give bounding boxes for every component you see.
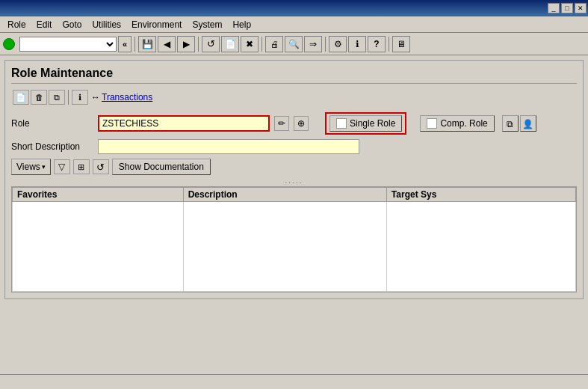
person-btn[interactable] [520, 115, 536, 132]
role-match-btn[interactable] [294, 116, 309, 131]
single-role-icon [336, 118, 347, 129]
comp-role-button[interactable]: Comp. Role [420, 115, 494, 132]
help-button[interactable] [368, 36, 386, 52]
table-row [13, 202, 576, 292]
menu-system[interactable]: System [188, 18, 226, 31]
short-desc-input[interactable] [98, 139, 359, 154]
table-refresh-icon [96, 162, 105, 173]
col-favorites: Favorites [13, 188, 184, 202]
info-button[interactable]: ℹ [348, 36, 366, 52]
tx-icon: ↔ [91, 92, 100, 102]
views-arrow-icon: ▾ [42, 163, 46, 171]
short-desc-label: Short Description [11, 141, 93, 152]
settings-button[interactable]: ⚙ [329, 36, 347, 52]
separator-4 [325, 37, 326, 52]
inner-new-icon: 📄 [16, 93, 26, 102]
single-role-button[interactable]: Single Role [329, 115, 402, 132]
inner-sep-1 [68, 90, 69, 105]
new-icon: 📄 [225, 39, 236, 49]
refresh-button[interactable] [202, 36, 220, 52]
inner-new-btn[interactable]: 📄 [13, 90, 29, 105]
inner-copy-icon: ⧉ [54, 93, 60, 102]
print-icon [270, 39, 279, 49]
views-label: Views [16, 162, 40, 172]
pencil-icon [278, 118, 285, 129]
table-settings-btn[interactable]: ⊞ [73, 159, 90, 174]
cancel-icon: ✖ [246, 39, 253, 49]
inner-copy-btn[interactable]: ⧉ [49, 90, 65, 105]
new-button[interactable]: 📄 [221, 36, 239, 52]
minimize-button[interactable]: _ [548, 3, 560, 13]
copy2-icon [507, 118, 513, 129]
cell-favorites [13, 202, 184, 292]
forward-icon: ▶ [183, 39, 190, 49]
col-description: Description [183, 188, 386, 202]
print-button[interactable] [265, 36, 283, 52]
inner-toolbar: 📄 🗑 ⧉ ℹ ↔ Transactions [11, 88, 577, 106]
back-icon: ◀ [164, 39, 170, 49]
separator-5 [389, 37, 389, 52]
transactions-link[interactable]: ↔ Transactions [91, 92, 152, 102]
separator-3 [261, 37, 262, 52]
copy2-btn[interactable] [502, 115, 519, 132]
comp-role-label: Comp. Role [440, 118, 487, 129]
forward-button[interactable]: ▶ [177, 36, 195, 52]
right-icons [502, 115, 536, 132]
show-documentation-button[interactable]: Show Documentation [112, 159, 211, 175]
settings-icon: ⚙ [334, 39, 342, 49]
person-icon [522, 118, 533, 129]
data-table: Favorites Description Target Sys [12, 187, 576, 292]
inner-info-btn[interactable]: ℹ [72, 90, 88, 105]
cancel-button[interactable]: ✖ [241, 36, 259, 52]
menu-goto[interactable]: Goto [58, 18, 86, 31]
status-indicator [3, 38, 15, 50]
find-next-button[interactable]: ⇒ [304, 36, 322, 52]
maximize-button[interactable]: □ [561, 3, 573, 13]
dot-separator: ..... [11, 177, 577, 185]
panel-title: Role Maintenance [11, 67, 577, 84]
nav-back-button[interactable]: « [118, 36, 131, 52]
menu-environment[interactable]: Environment [127, 18, 186, 31]
main-panel: Role Maintenance 📄 🗑 ⧉ ℹ ↔ Transactions [4, 60, 584, 299]
inner-info-icon: ℹ [78, 93, 81, 102]
cell-description [183, 202, 386, 292]
help-icon [374, 39, 379, 49]
command-field[interactable] [19, 37, 117, 52]
back-button[interactable]: ◀ [158, 36, 176, 52]
separator-1 [134, 37, 135, 52]
menu-bar: Role Edit Goto Utilities Environment Sys… [0, 16, 588, 33]
table-settings-icon: ⊞ [78, 162, 84, 172]
role-input[interactable] [98, 115, 270, 132]
find-icon: 🔍 [288, 39, 300, 49]
role-row: Role Single Role Comp. Role [11, 112, 577, 135]
filter-btn[interactable] [54, 159, 70, 174]
monitor-button[interactable]: 🖥 [392, 36, 410, 52]
menu-help[interactable]: Help [228, 18, 256, 31]
find-button[interactable]: 🔍 [285, 36, 303, 52]
single-role-label: Single Role [350, 118, 395, 129]
role-type-area: Single Role [325, 112, 406, 135]
inner-delete-btn[interactable]: 🗑 [31, 90, 47, 105]
refresh-icon [207, 38, 215, 49]
cell-target-sys [386, 202, 575, 292]
close-button[interactable]: ✕ [575, 3, 587, 13]
menu-role[interactable]: Role [3, 18, 31, 31]
inner-delete-icon: 🗑 [35, 93, 43, 102]
short-desc-row: Short Description [11, 139, 577, 154]
role-label: Role [11, 118, 93, 129]
role-pencil-btn[interactable] [274, 116, 289, 131]
save-icon [142, 39, 153, 49]
comp-role-icon [427, 118, 437, 129]
table-refresh-btn[interactable] [93, 159, 109, 174]
menu-utilities[interactable]: Utilities [87, 18, 126, 31]
transactions-label: Transactions [102, 92, 152, 102]
separator-2 [198, 37, 199, 52]
title-bar: _ □ ✕ [0, 0, 588, 16]
save-button[interactable] [138, 36, 156, 52]
find-next-icon: ⇒ [309, 39, 317, 49]
views-button[interactable]: Views ▾ [11, 159, 51, 175]
menu-edit[interactable]: Edit [32, 18, 57, 31]
monitor-icon: 🖥 [397, 39, 406, 49]
filter-icon [58, 162, 65, 172]
role-maintenance-panel: Role Maintenance 📄 🗑 ⧉ ℹ ↔ Transactions [4, 60, 584, 299]
